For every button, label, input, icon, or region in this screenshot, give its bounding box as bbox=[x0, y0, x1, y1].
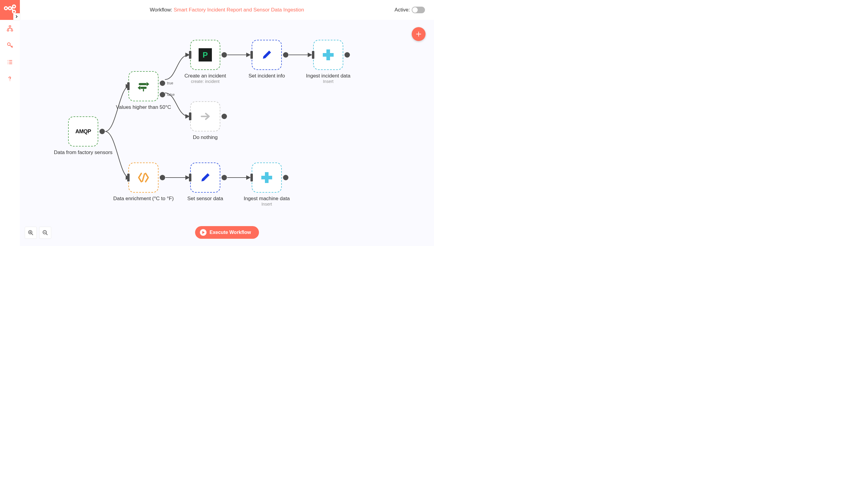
svg-rect-12 bbox=[143, 89, 144, 92]
crate-icon bbox=[259, 170, 274, 185]
svg-rect-10 bbox=[141, 87, 147, 89]
node-create-incident[interactable]: P Create an incident create: incident bbox=[190, 40, 220, 84]
input-port[interactable] bbox=[312, 51, 314, 59]
sidebar-item-executions[interactable] bbox=[0, 54, 20, 71]
execute-workflow-button[interactable]: Execute Workflow bbox=[195, 226, 259, 239]
node-ingest-incident[interactable]: Ingest incident data Insert bbox=[313, 40, 343, 84]
page-title: Workflow: Smart Factory Incident Report … bbox=[150, 7, 304, 13]
output-port[interactable] bbox=[283, 175, 288, 180]
header: Workflow: Smart Factory Incident Report … bbox=[20, 0, 434, 20]
node-box[interactable] bbox=[190, 101, 220, 131]
input-port[interactable] bbox=[189, 51, 192, 59]
node-box[interactable] bbox=[252, 40, 282, 70]
node-sublabel: Insert bbox=[323, 79, 333, 84]
output-port-false[interactable]: false bbox=[160, 92, 165, 97]
node-box[interactable]: AMQP bbox=[68, 116, 98, 147]
node-box[interactable] bbox=[252, 163, 282, 193]
sidebar-expand-button[interactable] bbox=[13, 13, 20, 20]
node-box[interactable] bbox=[313, 40, 343, 70]
play-icon bbox=[200, 229, 206, 236]
app-logo[interactable] bbox=[0, 0, 20, 20]
plus-icon bbox=[415, 31, 422, 38]
svg-rect-5 bbox=[7, 30, 9, 31]
svg-rect-13 bbox=[326, 49, 330, 53]
node-label: Create an incident bbox=[184, 73, 226, 79]
zoom-out-button[interactable] bbox=[39, 227, 51, 239]
svg-rect-17 bbox=[326, 53, 330, 57]
pencil-icon bbox=[259, 48, 274, 62]
function-icon bbox=[136, 170, 151, 185]
svg-rect-21 bbox=[265, 179, 269, 183]
input-port[interactable] bbox=[251, 51, 253, 59]
input-port[interactable] bbox=[189, 113, 192, 120]
svg-rect-14 bbox=[323, 53, 326, 57]
help-icon bbox=[7, 76, 13, 82]
workflow-name[interactable]: Smart Factory Incident Report and Sensor… bbox=[174, 7, 304, 13]
sidebar-item-credentials[interactable] bbox=[0, 37, 20, 54]
svg-rect-16 bbox=[326, 57, 330, 60]
sidebar-item-help[interactable] bbox=[0, 71, 20, 88]
node-box[interactable] bbox=[190, 163, 220, 193]
node-box[interactable] bbox=[128, 163, 158, 193]
add-node-button[interactable] bbox=[412, 27, 426, 41]
zoom-in-icon bbox=[28, 230, 34, 236]
workflows-icon bbox=[7, 25, 13, 32]
node-label: Ingest machine data bbox=[244, 196, 290, 202]
crate-icon bbox=[321, 48, 335, 62]
node-label: Do nothing bbox=[193, 134, 218, 141]
pencil-icon bbox=[198, 170, 212, 185]
output-port[interactable] bbox=[344, 52, 350, 57]
sidebar-rail bbox=[0, 0, 20, 246]
node-noop[interactable]: Do nothing bbox=[190, 101, 220, 141]
node-label: Data from factory sensors bbox=[54, 150, 113, 155]
zoom-out-icon bbox=[42, 230, 48, 236]
node-enrich[interactable]: Data enrichment (°C to °F) bbox=[128, 163, 158, 202]
toggle-knob bbox=[412, 7, 418, 13]
amqp-icon: AMQP bbox=[76, 124, 91, 139]
zoom-in-button[interactable] bbox=[25, 227, 37, 239]
title-prefix: Workflow: bbox=[150, 7, 174, 13]
output-port[interactable] bbox=[222, 114, 227, 119]
execute-label: Execute Workflow bbox=[209, 230, 251, 235]
output-port-true[interactable]: true bbox=[160, 80, 165, 86]
svg-rect-20 bbox=[269, 176, 272, 179]
pagerduty-icon: P bbox=[198, 48, 212, 62]
node-label: Data enrichment (°C to °F) bbox=[113, 196, 174, 202]
svg-rect-8 bbox=[138, 83, 147, 85]
sidebar-item-workflows[interactable] bbox=[0, 20, 20, 37]
active-toggle[interactable] bbox=[412, 7, 425, 13]
output-port[interactable] bbox=[222, 52, 227, 57]
node-label: Ingest incident data bbox=[306, 73, 350, 79]
input-port[interactable] bbox=[189, 174, 192, 181]
workflow-canvas[interactable]: AMQP Data from factory sensors true fals… bbox=[20, 20, 434, 246]
svg-rect-19 bbox=[261, 176, 265, 179]
output-port[interactable] bbox=[99, 129, 105, 134]
node-trigger[interactable]: AMQP Data from factory sensors bbox=[68, 116, 98, 155]
svg-rect-6 bbox=[11, 30, 12, 31]
zoom-controls bbox=[25, 227, 51, 239]
output-port[interactable] bbox=[283, 52, 288, 57]
node-box[interactable]: P bbox=[190, 40, 220, 70]
node-sublabel: create: incident bbox=[191, 79, 220, 84]
node-if[interactable]: true false Values higher than 50°C bbox=[128, 71, 158, 110]
output-port[interactable] bbox=[160, 175, 165, 180]
header-right: Active: bbox=[394, 0, 425, 20]
executions-icon bbox=[7, 59, 13, 66]
input-port[interactable] bbox=[251, 174, 253, 181]
node-box[interactable]: true false bbox=[128, 71, 158, 101]
svg-marker-11 bbox=[138, 85, 141, 90]
chevron-right-icon bbox=[15, 15, 18, 18]
svg-rect-22 bbox=[265, 176, 269, 179]
node-set-sensor-data[interactable]: Set sensor data bbox=[190, 163, 220, 202]
svg-rect-18 bbox=[265, 172, 269, 176]
svg-rect-15 bbox=[330, 53, 334, 57]
output-port[interactable] bbox=[222, 175, 227, 180]
input-port[interactable] bbox=[127, 174, 130, 181]
node-label: Values higher than 50°C bbox=[116, 104, 171, 110]
node-set-incident-info[interactable]: Set incident info bbox=[252, 40, 282, 79]
active-label: Active: bbox=[394, 7, 410, 13]
node-ingest-machine[interactable]: Ingest machine data Insert bbox=[252, 163, 282, 206]
svg-marker-9 bbox=[147, 82, 150, 86]
node-sublabel: Insert bbox=[261, 202, 272, 206]
input-port[interactable] bbox=[127, 82, 130, 90]
